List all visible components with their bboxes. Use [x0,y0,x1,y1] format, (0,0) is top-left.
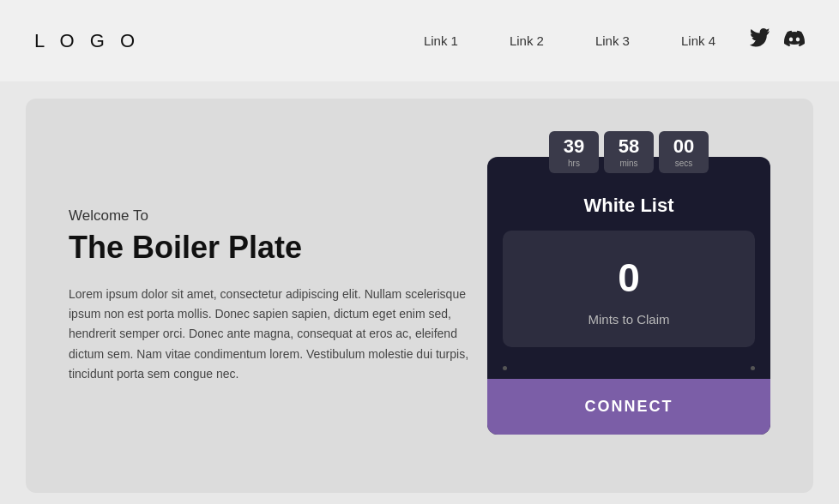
discord-icon[interactable] [784,28,805,54]
nav-links: Link 1 Link 2 Link 3 Link 4 [424,33,715,49]
dot-right [751,366,755,370]
mints-number: 0 [520,256,738,300]
card-wrapper: 39 hrs 58 mins 00 secs White List 0 Mint… [487,157,770,435]
card-dots [487,363,770,379]
countdown-mins-number: 58 [616,136,642,157]
mints-box: 0 Mints to Claim [503,231,755,347]
navbar: L O G O Link 1 Link 2 Link 3 Link 4 [0,0,839,81]
dot-left [503,366,507,370]
countdown-mins-label: mins [616,159,642,168]
logo: L O G O [34,30,140,52]
countdown-hrs: 39 hrs [549,131,599,173]
nav-link-1[interactable]: Link 1 [424,33,458,48]
nav-link-2[interactable]: Link 2 [510,33,544,48]
welcome-text: Welcome To [69,207,480,225]
social-icons [750,28,805,54]
main-container: Welcome To The Boiler Plate Lorem ipsum … [26,99,813,493]
countdown-hrs-number: 39 [561,136,587,157]
left-content: Welcome To The Boiler Plate Lorem ipsum … [69,207,480,383]
nav-link-3[interactable]: Link 3 [595,33,630,48]
nav-link-4[interactable]: Link 4 [681,33,715,48]
countdown-secs-number: 00 [671,136,697,157]
dark-card: White List 0 Mints to Claim CONNECT [487,157,770,435]
description-text: Lorem ipsum dolor sit amet, consectetur … [69,285,480,383]
countdown: 39 hrs 58 mins 00 secs [549,131,709,173]
page-title: The Boiler Plate [69,230,480,266]
countdown-secs-label: secs [671,159,697,168]
countdown-mins: 58 mins [604,131,654,173]
connect-button[interactable]: CONNECT [487,379,770,435]
mints-label: Mints to Claim [520,312,738,327]
countdown-secs: 00 secs [659,131,709,173]
twitter-icon[interactable] [750,28,770,54]
countdown-hrs-label: hrs [561,159,587,168]
card-title: White List [487,183,770,231]
